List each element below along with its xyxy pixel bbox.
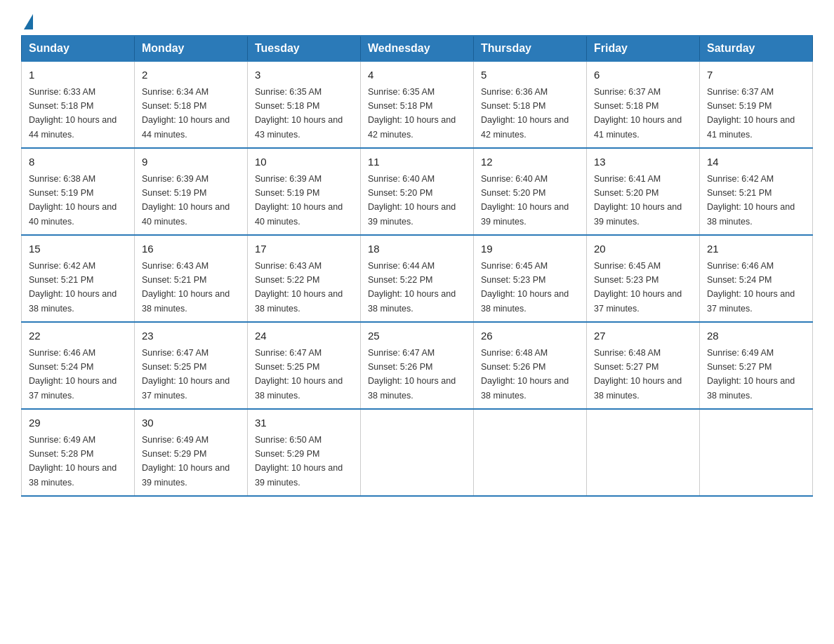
calendar-header-row: SundayMondayTuesdayWednesdayThursdayFrid… <box>22 36 813 61</box>
day-number: 13 <box>594 154 692 170</box>
calendar-cell: 22 Sunrise: 6:46 AMSunset: 5:24 PMDaylig… <box>22 322 135 409</box>
calendar-cell: 13 Sunrise: 6:41 AMSunset: 5:20 PMDaylig… <box>587 148 700 235</box>
day-info: Sunrise: 6:36 AMSunset: 5:18 PMDaylight:… <box>481 87 569 140</box>
calendar-cell: 26 Sunrise: 6:48 AMSunset: 5:26 PMDaylig… <box>474 322 587 409</box>
calendar-cell: 9 Sunrise: 6:39 AMSunset: 5:19 PMDayligh… <box>135 148 248 235</box>
day-number: 28 <box>707 328 805 344</box>
calendar-cell: 15 Sunrise: 6:42 AMSunset: 5:21 PMDaylig… <box>22 235 135 322</box>
day-number: 15 <box>29 241 127 257</box>
day-info: Sunrise: 6:33 AMSunset: 5:18 PMDaylight:… <box>29 87 117 140</box>
day-info: Sunrise: 6:34 AMSunset: 5:18 PMDaylight:… <box>142 87 230 140</box>
day-info: Sunrise: 6:47 AMSunset: 5:25 PMDaylight:… <box>142 348 230 401</box>
day-info: Sunrise: 6:39 AMSunset: 5:19 PMDaylight:… <box>142 174 230 227</box>
calendar-cell: 17 Sunrise: 6:43 AMSunset: 5:22 PMDaylig… <box>248 235 361 322</box>
day-number: 8 <box>29 154 127 170</box>
day-number: 14 <box>707 154 805 170</box>
day-number: 22 <box>29 328 127 344</box>
calendar-cell: 24 Sunrise: 6:47 AMSunset: 5:25 PMDaylig… <box>248 322 361 409</box>
col-header-monday: Monday <box>135 36 248 61</box>
col-header-thursday: Thursday <box>474 36 587 61</box>
col-header-saturday: Saturday <box>700 36 813 61</box>
day-info: Sunrise: 6:47 AMSunset: 5:26 PMDaylight:… <box>368 348 456 401</box>
calendar-cell: 4 Sunrise: 6:35 AMSunset: 5:18 PMDayligh… <box>361 61 474 148</box>
day-number: 20 <box>594 241 692 257</box>
calendar-week-row: 29 Sunrise: 6:49 AMSunset: 5:28 PMDaylig… <box>22 409 813 496</box>
calendar-cell: 2 Sunrise: 6:34 AMSunset: 5:18 PMDayligh… <box>135 61 248 148</box>
day-number: 5 <box>481 67 579 83</box>
calendar-cell: 6 Sunrise: 6:37 AMSunset: 5:18 PMDayligh… <box>587 61 700 148</box>
day-info: Sunrise: 6:46 AMSunset: 5:24 PMDaylight:… <box>707 261 795 314</box>
day-info: Sunrise: 6:44 AMSunset: 5:22 PMDaylight:… <box>368 261 456 314</box>
day-number: 17 <box>255 241 353 257</box>
calendar-cell: 28 Sunrise: 6:49 AMSunset: 5:27 PMDaylig… <box>700 322 813 409</box>
calendar-cell: 11 Sunrise: 6:40 AMSunset: 5:20 PMDaylig… <box>361 148 474 235</box>
day-number: 23 <box>142 328 240 344</box>
day-info: Sunrise: 6:38 AMSunset: 5:19 PMDaylight:… <box>29 174 117 227</box>
day-number: 10 <box>255 154 353 170</box>
day-info: Sunrise: 6:50 AMSunset: 5:29 PMDaylight:… <box>255 435 343 488</box>
day-info: Sunrise: 6:37 AMSunset: 5:19 PMDaylight:… <box>707 87 795 140</box>
day-info: Sunrise: 6:46 AMSunset: 5:24 PMDaylight:… <box>29 348 117 401</box>
day-info: Sunrise: 6:40 AMSunset: 5:20 PMDaylight:… <box>481 174 569 227</box>
day-number: 21 <box>707 241 805 257</box>
logo-triangle-icon <box>24 14 33 29</box>
calendar-cell: 5 Sunrise: 6:36 AMSunset: 5:18 PMDayligh… <box>474 61 587 148</box>
day-info: Sunrise: 6:37 AMSunset: 5:18 PMDaylight:… <box>594 87 682 140</box>
calendar-cell: 1 Sunrise: 6:33 AMSunset: 5:18 PMDayligh… <box>22 61 135 148</box>
day-info: Sunrise: 6:45 AMSunset: 5:23 PMDaylight:… <box>481 261 569 314</box>
day-info: Sunrise: 6:43 AMSunset: 5:21 PMDaylight:… <box>142 261 230 314</box>
day-info: Sunrise: 6:43 AMSunset: 5:22 PMDaylight:… <box>255 261 343 314</box>
calendar-week-row: 22 Sunrise: 6:46 AMSunset: 5:24 PMDaylig… <box>22 322 813 409</box>
calendar-cell: 30 Sunrise: 6:49 AMSunset: 5:29 PMDaylig… <box>135 409 248 496</box>
day-info: Sunrise: 6:48 AMSunset: 5:27 PMDaylight:… <box>594 348 682 401</box>
day-number: 1 <box>29 67 127 83</box>
calendar-week-row: 1 Sunrise: 6:33 AMSunset: 5:18 PMDayligh… <box>22 61 813 148</box>
calendar-week-row: 15 Sunrise: 6:42 AMSunset: 5:21 PMDaylig… <box>22 235 813 322</box>
day-number: 12 <box>481 154 579 170</box>
day-info: Sunrise: 6:35 AMSunset: 5:18 PMDaylight:… <box>368 87 456 140</box>
day-number: 9 <box>142 154 240 170</box>
day-number: 16 <box>142 241 240 257</box>
day-info: Sunrise: 6:47 AMSunset: 5:25 PMDaylight:… <box>255 348 343 401</box>
day-number: 3 <box>255 67 353 83</box>
calendar-week-row: 8 Sunrise: 6:38 AMSunset: 5:19 PMDayligh… <box>22 148 813 235</box>
day-number: 19 <box>481 241 579 257</box>
calendar-cell: 8 Sunrise: 6:38 AMSunset: 5:19 PMDayligh… <box>22 148 135 235</box>
day-info: Sunrise: 6:48 AMSunset: 5:26 PMDaylight:… <box>481 348 569 401</box>
logo <box>21 14 33 28</box>
calendar-cell: 29 Sunrise: 6:49 AMSunset: 5:28 PMDaylig… <box>22 409 135 496</box>
calendar-cell: 12 Sunrise: 6:40 AMSunset: 5:20 PMDaylig… <box>474 148 587 235</box>
calendar-cell <box>361 409 474 496</box>
day-number: 27 <box>594 328 692 344</box>
day-info: Sunrise: 6:49 AMSunset: 5:27 PMDaylight:… <box>707 348 795 401</box>
day-info: Sunrise: 6:39 AMSunset: 5:19 PMDaylight:… <box>255 174 343 227</box>
day-number: 30 <box>142 415 240 431</box>
calendar-cell: 7 Sunrise: 6:37 AMSunset: 5:19 PMDayligh… <box>700 61 813 148</box>
calendar-cell: 21 Sunrise: 6:46 AMSunset: 5:24 PMDaylig… <box>700 235 813 322</box>
calendar-cell <box>700 409 813 496</box>
col-header-tuesday: Tuesday <box>248 36 361 61</box>
day-number: 11 <box>368 154 466 170</box>
calendar-table: SundayMondayTuesdayWednesdayThursdayFrid… <box>21 35 813 497</box>
day-info: Sunrise: 6:40 AMSunset: 5:20 PMDaylight:… <box>368 174 456 227</box>
calendar-cell: 27 Sunrise: 6:48 AMSunset: 5:27 PMDaylig… <box>587 322 700 409</box>
calendar-cell: 23 Sunrise: 6:47 AMSunset: 5:25 PMDaylig… <box>135 322 248 409</box>
page-header <box>21 14 813 28</box>
calendar-cell: 20 Sunrise: 6:45 AMSunset: 5:23 PMDaylig… <box>587 235 700 322</box>
day-info: Sunrise: 6:35 AMSunset: 5:18 PMDaylight:… <box>255 87 343 140</box>
day-number: 7 <box>707 67 805 83</box>
day-number: 31 <box>255 415 353 431</box>
day-number: 29 <box>29 415 127 431</box>
day-info: Sunrise: 6:49 AMSunset: 5:29 PMDaylight:… <box>142 435 230 488</box>
day-number: 2 <box>142 67 240 83</box>
col-header-wednesday: Wednesday <box>361 36 474 61</box>
day-number: 24 <box>255 328 353 344</box>
calendar-cell: 18 Sunrise: 6:44 AMSunset: 5:22 PMDaylig… <box>361 235 474 322</box>
calendar-cell: 3 Sunrise: 6:35 AMSunset: 5:18 PMDayligh… <box>248 61 361 148</box>
calendar-cell: 31 Sunrise: 6:50 AMSunset: 5:29 PMDaylig… <box>248 409 361 496</box>
calendar-cell: 16 Sunrise: 6:43 AMSunset: 5:21 PMDaylig… <box>135 235 248 322</box>
calendar-cell: 19 Sunrise: 6:45 AMSunset: 5:23 PMDaylig… <box>474 235 587 322</box>
calendar-cell <box>587 409 700 496</box>
day-info: Sunrise: 6:45 AMSunset: 5:23 PMDaylight:… <box>594 261 682 314</box>
calendar-cell: 10 Sunrise: 6:39 AMSunset: 5:19 PMDaylig… <box>248 148 361 235</box>
